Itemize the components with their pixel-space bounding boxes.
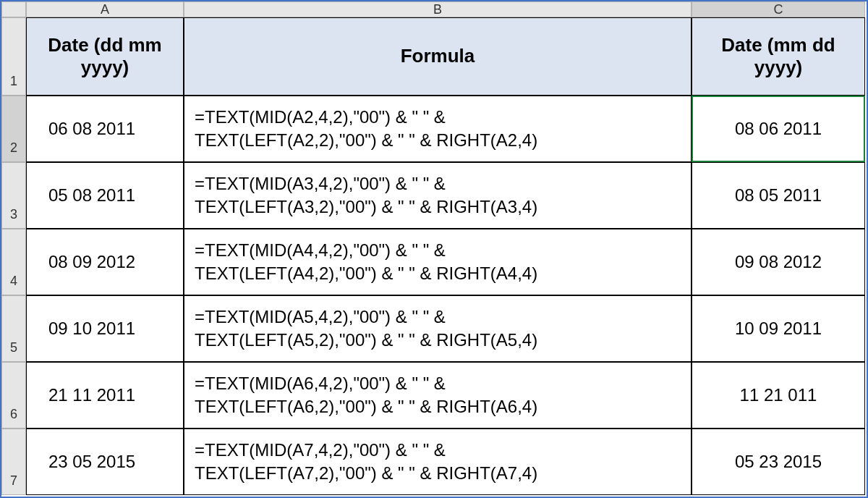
formula-line-2: TEXT(LEFT(A7,2),"00") & " " & RIGHT(A7,4… [195, 462, 537, 485]
formula-line-1: =TEXT(MID(A5,4,2),"00") & " " & [195, 305, 537, 329]
cell-B2[interactable]: =TEXT(MID(A2,4,2),"00") & " " & TEXT(LEF… [184, 96, 692, 162]
row-header-3[interactable]: 3 [1, 162, 26, 229]
cell-C6[interactable]: 11 21 011 [692, 362, 865, 429]
formula-line-2: TEXT(LEFT(A2,2),"00") & " " & RIGHT(A2,4… [195, 129, 537, 152]
row-header-2[interactable]: 2 [1, 96, 26, 162]
cell-A5[interactable]: 09 10 2011 [26, 295, 184, 362]
cell-B5[interactable]: =TEXT(MID(A5,4,2),"00") & " " & TEXT(LEF… [184, 295, 692, 362]
cell-A1[interactable]: Date (dd mm yyyy) [26, 17, 184, 96]
row-header-7[interactable]: 7 [1, 429, 26, 495]
cell-C7[interactable]: 05 23 2015 [692, 429, 865, 495]
col-header-A[interactable]: A [26, 1, 184, 17]
cell-A2[interactable]: 06 08 2011 [26, 96, 184, 162]
cell-C2[interactable]: 08 06 2011 [692, 96, 865, 162]
formula-line-1: =TEXT(MID(A4,4,2),"00") & " " & [195, 239, 537, 262]
row-header-4[interactable]: 4 [1, 229, 26, 295]
row-header-5[interactable]: 5 [1, 295, 26, 362]
cell-C3[interactable]: 08 05 2011 [692, 162, 865, 229]
formula-line-1: =TEXT(MID(A6,4,2),"00") & " " & [195, 372, 537, 395]
col-header-B[interactable]: B [184, 1, 692, 17]
formula-line-1: =TEXT(MID(A3,4,2),"00") & " " & [195, 172, 537, 195]
cell-C5[interactable]: 10 09 2011 [692, 295, 865, 362]
select-all-corner[interactable] [1, 1, 26, 17]
cell-B1[interactable]: Formula [184, 17, 692, 96]
formula-line-1: =TEXT(MID(A2,4,2),"00") & " " & [195, 106, 537, 129]
formula-line-2: TEXT(LEFT(A5,2),"00") & " " & RIGHT(A5,4… [195, 329, 537, 352]
formula-line-2: TEXT(LEFT(A6,2),"00") & " " & RIGHT(A6,4… [195, 395, 537, 418]
cell-C4[interactable]: 09 08 2012 [692, 229, 865, 295]
row-header-1[interactable]: 1 [1, 17, 26, 96]
cell-A3[interactable]: 05 08 2011 [26, 162, 184, 229]
cell-A6[interactable]: 21 11 2011 [26, 362, 184, 429]
cell-B3[interactable]: =TEXT(MID(A3,4,2),"00") & " " & TEXT(LEF… [184, 162, 692, 229]
cell-B7[interactable]: =TEXT(MID(A7,4,2),"00") & " " & TEXT(LEF… [184, 429, 692, 495]
cell-A4[interactable]: 08 09 2012 [26, 229, 184, 295]
spreadsheet-grid[interactable]: A B C 1 Date (dd mm yyyy) Formula Date (… [1, 1, 867, 495]
row-header-6[interactable]: 6 [1, 362, 26, 429]
cell-B6[interactable]: =TEXT(MID(A6,4,2),"00") & " " & TEXT(LEF… [184, 362, 692, 429]
col-header-C[interactable]: C [692, 1, 865, 17]
cell-A7[interactable]: 23 05 2015 [26, 429, 184, 495]
formula-line-2: TEXT(LEFT(A3,2),"00") & " " & RIGHT(A3,4… [195, 195, 537, 219]
formula-line-1: =TEXT(MID(A7,4,2),"00") & " " & [195, 439, 537, 462]
cell-B4[interactable]: =TEXT(MID(A4,4,2),"00") & " " & TEXT(LEF… [184, 229, 692, 295]
cell-C1[interactable]: Date (mm dd yyyy) [692, 17, 865, 96]
formula-line-2: TEXT(LEFT(A4,2),"00") & " " & RIGHT(A4,4… [195, 262, 537, 285]
